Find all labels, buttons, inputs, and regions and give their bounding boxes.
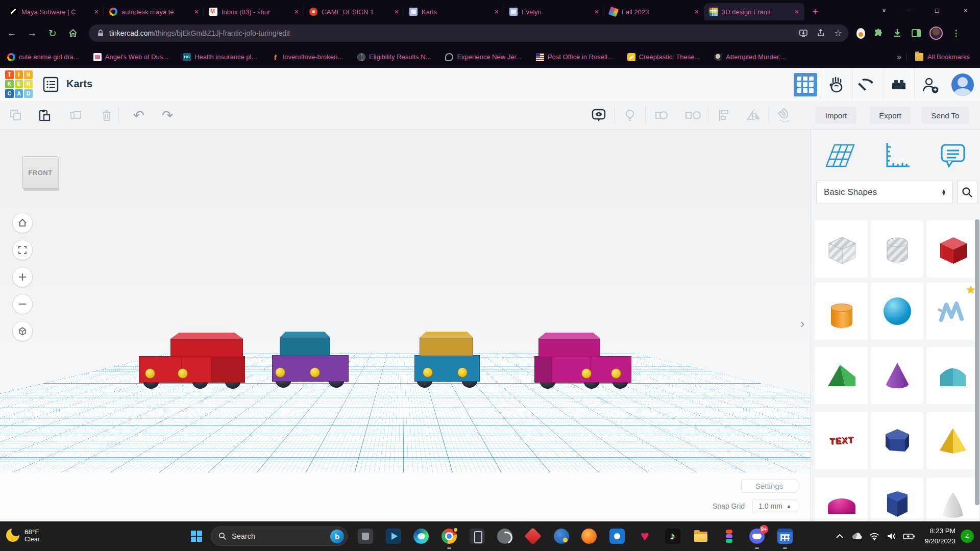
shape-category-select[interactable]: Basic Shapes ▲▼: [816, 181, 953, 204]
tab-3d-design-active[interactable]: 3D design Franti ×: [704, 3, 804, 20]
bookmark-star-icon[interactable]: ☆: [833, 28, 843, 38]
extensions-puzzle-icon[interactable]: [873, 28, 884, 39]
share-icon[interactable]: [816, 28, 826, 38]
taskbar-app-phone-link[interactable]: [467, 526, 487, 546]
bookmark-health-insurance[interactable]: HCHealth insurance pl...: [183, 53, 257, 61]
design-menu-icon[interactable]: [43, 77, 59, 92]
tab-close-icon[interactable]: ×: [493, 8, 500, 16]
invite-collaborator-button[interactable]: [914, 68, 945, 101]
workplane-tool-icon[interactable]: [824, 141, 856, 170]
home-icon[interactable]: [64, 24, 82, 42]
paste-button[interactable]: [34, 105, 55, 126]
taskbar-app-blue[interactable]: [607, 526, 627, 546]
weather-widget[interactable]: 68°F Clear: [5, 528, 40, 543]
tab-close-icon[interactable]: ×: [193, 8, 200, 16]
downloads-icon[interactable]: [892, 28, 903, 39]
minimize-button[interactable]: –: [894, 0, 923, 20]
zoom-in-button[interactable]: [12, 267, 33, 287]
tab-close-icon[interactable]: ×: [593, 8, 600, 16]
notes-tool-icon[interactable]: [939, 141, 967, 170]
tab-autodesk-maya[interactable]: autodesk maya te ×: [104, 3, 204, 20]
forward-icon[interactable]: →: [23, 24, 41, 42]
close-button[interactable]: ×: [951, 0, 980, 20]
taskbar-app-chrome[interactable]: [439, 526, 459, 546]
tinkercad-logo[interactable]: TIN KER CAD: [5, 70, 33, 98]
reload-icon[interactable]: ↻: [44, 24, 61, 42]
tab-karts[interactable]: Karts ×: [404, 3, 504, 20]
taskbar-app-calendar[interactable]: [775, 526, 795, 546]
bookmark-loveroflove[interactable]: tloveroflove-broken...: [271, 53, 343, 61]
maximize-button[interactable]: □: [923, 0, 951, 20]
3d-canvas[interactable]: FRONT › Settings Sna: [0, 130, 811, 521]
taskbar-app-red-diamond[interactable]: [523, 526, 543, 546]
url-omnibox[interactable]: tinkercad.com/things/bjEkGmBZ1Jj-frantic…: [89, 24, 848, 42]
shape-cylinder-hole[interactable]: [871, 220, 923, 278]
design-title[interactable]: Karts: [66, 78, 92, 90]
taskbar-app-discord[interactable]: 9+: [747, 526, 767, 546]
shape-cylinder[interactable]: [815, 283, 868, 340]
start-button[interactable]: [186, 526, 207, 546]
wifi-icon[interactable]: [866, 528, 883, 545]
back-icon[interactable]: ←: [3, 24, 20, 42]
group-button[interactable]: [651, 105, 672, 126]
taskbar-app-figma[interactable]: [719, 526, 739, 546]
annotate-button[interactable]: [589, 105, 609, 126]
taskbar-app-swirl[interactable]: [495, 526, 515, 546]
tab-close-icon[interactable]: ×: [93, 8, 100, 16]
shape-box-hole[interactable]: [815, 220, 868, 278]
undo-button[interactable]: ↶: [129, 105, 149, 126]
bookmark-angels-web[interactable]: Angel's Web of Dus...: [93, 53, 168, 61]
taskbar-search-input[interactable]: Search b: [211, 527, 348, 546]
kart-red[interactable]: [139, 325, 245, 389]
delete-button[interactable]: [96, 105, 117, 126]
shape-text[interactable]: TEXT: [815, 412, 868, 469]
zoom-out-button[interactable]: [12, 294, 33, 314]
send-to-button[interactable]: Send To: [922, 107, 969, 124]
shape-search-button[interactable]: [957, 181, 977, 204]
user-avatar[interactable]: [951, 73, 974, 96]
import-button[interactable]: Import: [816, 107, 856, 124]
tab-close-icon[interactable]: ×: [793, 8, 800, 16]
shape-round-roof[interactable]: [926, 347, 979, 404]
chrome-menu-icon[interactable]: ⋮: [950, 28, 962, 39]
settings-button[interactable]: Settings: [741, 479, 797, 493]
bookmark-attempted-murder[interactable]: Attempted Murder:...: [714, 53, 787, 61]
shape-pyramid[interactable]: [926, 412, 979, 469]
tab-evelyn[interactable]: Evelyn ×: [504, 3, 604, 20]
kart-purple[interactable]: [272, 329, 349, 388]
taskbar-app-file-explorer[interactable]: [691, 526, 711, 546]
all-bookmarks-button[interactable]: All Bookmarks: [906, 53, 970, 61]
ungroup-button[interactable]: [682, 105, 703, 126]
taskbar-app-orange[interactable]: [579, 526, 599, 546]
shape-polygon[interactable]: [871, 412, 923, 469]
taskbar-app-tiktok[interactable]: ♪: [663, 526, 683, 546]
tab-game-design[interactable]: GAME DESIGN 1 ×: [304, 3, 404, 20]
tab-search-icon[interactable]: ∨: [874, 0, 894, 20]
view-cube[interactable]: FRONT: [22, 156, 58, 189]
shape-sphere[interactable]: [871, 283, 923, 340]
home-view-button[interactable]: [12, 213, 33, 233]
snap-magnet-button[interactable]: [774, 105, 795, 126]
tray-chevron-up-icon[interactable]: [831, 528, 848, 545]
shape-paraboloid[interactable]: [926, 478, 979, 521]
tab-close-icon[interactable]: ×: [693, 8, 700, 16]
show-all-button[interactable]: [620, 105, 640, 126]
side-panel-icon[interactable]: [911, 28, 922, 39]
taskbar-app-gray[interactable]: [355, 526, 376, 546]
tab-maya-software[interactable]: Maya Software | C ×: [4, 3, 104, 20]
bookmark-creeptastic[interactable]: Creeptastic: These...: [627, 53, 700, 61]
perspective-toggle-button[interactable]: [12, 321, 33, 341]
hand-tool-button[interactable]: [821, 68, 852, 101]
bookmark-experience-nj[interactable]: Experience New Jer...: [445, 53, 521, 61]
new-tab-button[interactable]: +: [807, 4, 823, 19]
lego-export-button[interactable]: [883, 68, 914, 101]
kart-blue[interactable]: [414, 329, 480, 388]
shape-cone[interactable]: [871, 347, 923, 404]
snap-grid-dropdown[interactable]: 1.0 mm ▲: [752, 499, 797, 513]
onedrive-icon[interactable]: [848, 528, 866, 545]
taskbar-app-heart[interactable]: ♥: [634, 526, 655, 546]
taskbar-clock[interactable]: 8:23 PM 9/20/2023: [925, 526, 955, 547]
bookmark-post-office[interactable]: Post Office in Rosell...: [536, 53, 613, 61]
minecraft-export-button[interactable]: [852, 68, 883, 101]
kart-magenta[interactable]: [534, 325, 631, 389]
